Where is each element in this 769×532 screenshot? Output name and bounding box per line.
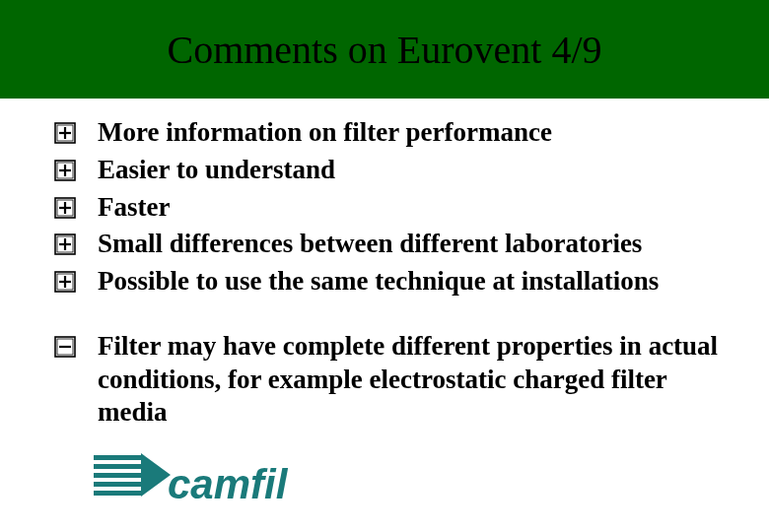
negative-list: Filter may have complete different prope… — [54, 330, 720, 430]
svg-marker-28 — [141, 453, 171, 497]
svg-rect-26 — [94, 482, 147, 487]
bullet-text: More information on filter performance — [98, 116, 720, 150]
plus-box-icon — [54, 160, 76, 181]
plus-box-icon — [54, 122, 76, 144]
svg-rect-24 — [94, 464, 147, 469]
slide-content: More information on filter performance E… — [0, 99, 769, 430]
minus-box-icon — [54, 336, 76, 358]
bullet-text: Filter may have complete different prope… — [98, 330, 720, 430]
plus-box-icon — [54, 233, 76, 255]
svg-rect-23 — [94, 455, 141, 460]
title-bar: Comments on Eurovent 4/9 — [0, 0, 769, 99]
svg-rect-27 — [94, 491, 141, 496]
logo-text: camfil — [168, 461, 289, 507]
plus-box-icon — [54, 271, 76, 293]
camfil-logo: camfil — [94, 453, 320, 514]
bullet-text: Small differences between different labo… — [98, 228, 720, 261]
bullet-text: Possible to use the same technique at in… — [98, 265, 720, 299]
plus-box-icon — [54, 197, 76, 219]
list-item: Filter may have complete different prope… — [54, 330, 720, 430]
list-item: Small differences between different labo… — [54, 228, 720, 261]
list-item: More information on filter performance — [54, 116, 720, 150]
bullet-text: Easier to understand — [98, 154, 720, 187]
slide-title: Comments on Eurovent 4/9 — [167, 27, 601, 73]
list-item: Easier to understand — [54, 154, 720, 187]
positive-list: More information on filter performance E… — [54, 116, 720, 299]
list-item: Faster — [54, 191, 720, 225]
bullet-text: Faster — [98, 191, 720, 225]
list-item: Possible to use the same technique at in… — [54, 265, 720, 299]
